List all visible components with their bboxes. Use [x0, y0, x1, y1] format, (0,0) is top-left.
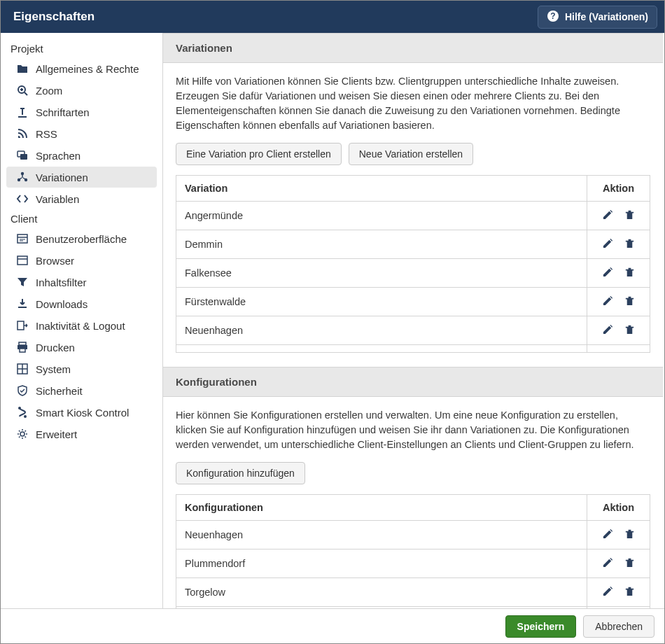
variation-icon	[16, 171, 29, 183]
configs-description: Hier können Sie Konfigurationen erstelle…	[176, 408, 650, 452]
row-actions	[587, 259, 650, 288]
sidebar-item-drucken[interactable]: Drucken	[6, 337, 157, 358]
sidebar-item-downloads[interactable]: Downloads	[6, 293, 157, 314]
variations-description: Mit Hilfe von Variationen können Sie Cli…	[176, 74, 650, 133]
sidebar-item-label: Smart Kiosk Control	[36, 407, 129, 419]
help-button[interactable]: ? Hilfe (Variationen)	[538, 6, 657, 29]
delete-icon[interactable]	[624, 556, 636, 570]
sidebar-item-label: Benutzeroberfläche	[36, 233, 127, 245]
sidebar-item-rss[interactable]: RSS	[6, 123, 157, 144]
variation-name: Angermünde	[176, 202, 587, 230]
folder-icon	[16, 62, 29, 75]
table-row: Plummendorf	[176, 550, 650, 578]
gear-icon	[16, 428, 29, 440]
sidebar-item-browser[interactable]: Browser	[6, 250, 157, 271]
sidebar-item-label: Variationen	[36, 172, 88, 183]
sidebar-item-label: Variablen	[36, 193, 79, 205]
sidebar-item-system[interactable]: System	[6, 358, 157, 379]
kiosk-icon	[16, 406, 29, 419]
sidebar-item-label: Downloads	[36, 298, 88, 310]
filter-icon	[16, 276, 29, 288]
row-actions	[587, 578, 650, 607]
table-row: Neuenhagen	[176, 521, 650, 550]
delete-icon[interactable]	[624, 352, 636, 353]
rss-icon	[16, 127, 29, 140]
shield-icon	[16, 384, 29, 397]
delete-icon[interactable]	[624, 528, 636, 542]
zoom-icon	[16, 84, 29, 97]
configs-col-name: Konfigurationen	[176, 495, 587, 521]
edit-icon[interactable]	[602, 295, 614, 309]
create-new-variation-button[interactable]: Neue Variation erstellen	[349, 143, 473, 165]
edit-icon[interactable]	[602, 528, 614, 542]
sidebar-item-label: Schriftarten	[36, 106, 90, 118]
edit-icon[interactable]	[602, 556, 614, 570]
panel-variations: Variationen Mit Hilfe von Variationen kö…	[163, 33, 663, 367]
edit-icon[interactable]	[602, 209, 614, 223]
sidebar-item-zoom[interactable]: Zoom	[6, 80, 157, 101]
table-row: Demmin	[176, 230, 650, 259]
lang-icon	[16, 149, 29, 162]
delete-icon[interactable]	[624, 295, 636, 309]
config-name: Plummendorf	[176, 550, 587, 578]
row-actions	[587, 316, 650, 345]
window-title: Eigenschaften	[13, 10, 538, 24]
sidebar-item-schriftarten[interactable]: Schriftarten	[6, 102, 157, 122]
sidebar-item-label: RSS	[36, 128, 57, 140]
sidebar-item-benutzeroberfl-che[interactable]: Benutzeroberfläche	[6, 228, 157, 249]
table-row: Fürstenwalde	[176, 288, 650, 316]
delete-icon[interactable]	[624, 237, 636, 251]
sidebar-item-label: Erweitert	[36, 428, 77, 440]
table-row: Torgelow	[176, 578, 650, 607]
help-label: Hilfe (Variationen)	[565, 11, 648, 22]
table-row: Plummendorf	[176, 345, 650, 354]
sidebar-item-allgemeines-rechte[interactable]: Allgemeines & Rechte	[6, 58, 157, 79]
variation-name: Neuenhagen	[176, 316, 587, 345]
sidebar-item-label: Sicherheit	[36, 385, 83, 397]
variations-col-action: Aktion	[587, 176, 650, 202]
edit-icon[interactable]	[602, 237, 614, 251]
sidebar-item-smart-kiosk-control[interactable]: Smart Kiosk Control	[6, 402, 157, 423]
help-icon: ?	[547, 10, 559, 24]
variation-name: Plummendorf	[176, 345, 587, 354]
sidebar-item-sicherheit[interactable]: Sicherheit	[6, 380, 157, 401]
variations-table-scroll[interactable]: Variation Aktion AngermündeDemminFalkens…	[176, 175, 650, 353]
edit-icon[interactable]	[602, 585, 614, 599]
footer: Speichern Abbrechen	[1, 608, 664, 643]
variations-table: Variation Aktion AngermündeDemminFalkens…	[176, 175, 650, 353]
sidebar-item-variablen[interactable]: Variablen	[6, 188, 157, 209]
delete-icon[interactable]	[624, 209, 636, 223]
logout-icon	[16, 319, 29, 332]
edit-icon[interactable]	[602, 323, 614, 337]
row-actions	[587, 521, 650, 550]
add-config-button[interactable]: Konfiguration hinzufügen	[176, 462, 305, 484]
sidebar-item-inhaltsfilter[interactable]: Inhaltsfilter	[6, 272, 157, 293]
delete-icon[interactable]	[624, 266, 636, 280]
sidebar-item-label: Drucken	[36, 342, 75, 354]
ui-icon	[16, 232, 29, 245]
table-row: Falkensee	[176, 259, 650, 288]
sidebar-item-sprachen[interactable]: Sprachen	[6, 145, 157, 166]
download-icon	[16, 298, 29, 310]
save-button[interactable]: Speichern	[505, 615, 577, 638]
variation-name: Demmin	[176, 230, 587, 259]
create-variation-per-client-button[interactable]: Eine Variation pro Client erstellen	[176, 143, 342, 165]
sidebar-item-label: Zoom	[36, 85, 62, 97]
row-actions	[587, 202, 650, 230]
edit-icon[interactable]	[602, 352, 614, 353]
sidebar-item-inaktivit-t-logout[interactable]: Inaktivität & Logout	[6, 315, 157, 336]
sidebar-item-variationen[interactable]: Variationen	[6, 167, 157, 188]
sidebar-item-label: System	[36, 363, 71, 375]
sidebar-item-erweitert[interactable]: Erweitert	[6, 424, 157, 444]
variations-col-name: Variation	[176, 176, 587, 202]
browser-icon	[16, 254, 29, 267]
delete-icon[interactable]	[624, 585, 636, 599]
edit-icon[interactable]	[602, 266, 614, 280]
print-icon	[16, 341, 29, 354]
table-row: Angermünde	[176, 202, 650, 230]
configs-col-action: Aktion	[587, 495, 650, 521]
variation-name: Falkensee	[176, 259, 587, 288]
delete-icon[interactable]	[624, 323, 636, 337]
cancel-button[interactable]: Abbrechen	[583, 615, 654, 638]
row-actions	[587, 230, 650, 259]
